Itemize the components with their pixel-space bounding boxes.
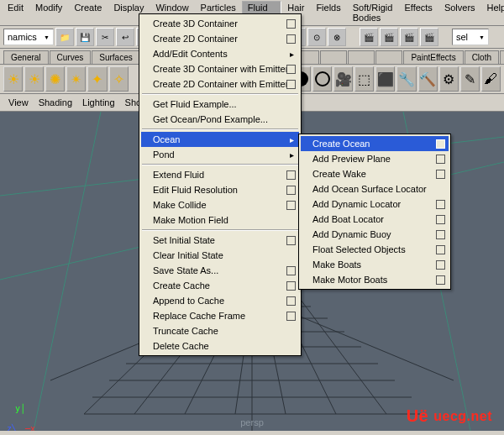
- menu-modify[interactable]: Modify: [29, 1, 68, 24]
- options-box-icon[interactable]: [286, 201, 296, 210]
- shelf-tab-general[interactable]: General: [3, 50, 49, 64]
- util-icon[interactable]: 🎥: [333, 66, 353, 92]
- shelf-tab-cloth[interactable]: Cloth: [465, 50, 499, 64]
- shelf-tab-blank[interactable]: [375, 50, 402, 64]
- util-icon[interactable]: ⬚: [354, 66, 374, 92]
- menu-effects[interactable]: Effects: [398, 1, 438, 24]
- options-box-icon[interactable]: [286, 186, 296, 195]
- menu-item-get-ocean-pond-example[interactable]: Get Ocean/Pond Example...: [141, 112, 299, 127]
- options-box-icon[interactable]: [436, 260, 445, 270]
- util-icon[interactable]: 🖌: [481, 66, 501, 92]
- menu-item-create-ocean[interactable]: Create Ocean: [301, 136, 449, 151]
- menu-item-create-d-container[interactable]: Create 2D Container: [141, 31, 299, 46]
- mode-dropdown[interactable]: namics: [3, 29, 54, 45]
- light-icon[interactable]: ☀: [3, 66, 23, 92]
- panel-menu-lighting[interactable]: Lighting: [77, 96, 120, 109]
- menu-item-add-edit-contents[interactable]: Add/Edit Contents: [141, 46, 299, 61]
- options-box-icon[interactable]: [436, 139, 445, 149]
- menu-item-get-fluid-example[interactable]: Get Fluid Example...: [141, 97, 299, 112]
- menu-item-save-state-as[interactable]: Save State As...: [141, 263, 299, 278]
- snap-icon[interactable]: ⊙: [307, 28, 326, 46]
- snap-icon[interactable]: ⊗: [328, 28, 346, 46]
- light-icon[interactable]: ☀: [24, 66, 44, 92]
- options-box-icon[interactable]: [286, 80, 296, 89]
- light-icon[interactable]: ✧: [109, 66, 129, 92]
- menu-item-delete-cache[interactable]: Delete Cache: [141, 338, 299, 354]
- menu-item-create-d-container-with-emitter[interactable]: Create 3D Container with Emitter: [141, 61, 299, 76]
- menu-item-edit-fluid-resolution[interactable]: Edit Fluid Resolution: [141, 182, 299, 197]
- render-icon[interactable]: 🎬: [380, 28, 398, 46]
- shelf-tab-fluids[interactable]: Fluids: [500, 50, 504, 64]
- menu-item-clear-initial-state[interactable]: Clear Initial State: [141, 248, 299, 263]
- menu-item-make-motor-boats[interactable]: Make Motor Boats: [301, 272, 449, 287]
- menu-item-make-collide[interactable]: Make Collide: [141, 197, 299, 212]
- menu-item-add-dynamic-locator[interactable]: Add Dynamic Locator: [301, 197, 449, 212]
- util-icon[interactable]: ⚙: [439, 66, 459, 92]
- light-icon[interactable]: ✺: [45, 66, 65, 92]
- menu-item-float-selected-objects[interactable]: Float Selected Objects: [301, 242, 449, 257]
- menu-help[interactable]: Help: [481, 1, 504, 24]
- options-box-icon[interactable]: [286, 296, 296, 306]
- menu-item-make-motion-field[interactable]: Make Motion Field: [141, 212, 299, 228]
- options-box-icon[interactable]: [436, 155, 445, 164]
- fluid-effects-menu[interactable]: Create 3D ContainerCreate 2D ContainerAd…: [139, 13, 302, 356]
- menu-item-create-cache[interactable]: Create Cache: [141, 278, 299, 293]
- menu-item-truncate-cache[interactable]: Truncate Cache: [141, 323, 299, 338]
- shelf-tab-painteffects[interactable]: PaintEffects: [403, 50, 463, 64]
- tool-icon[interactable]: 📁: [55, 28, 74, 46]
- options-box-icon[interactable]: [436, 230, 445, 239]
- menu-item-pond[interactable]: Pond: [141, 147, 299, 162]
- options-box-icon[interactable]: [436, 200, 445, 209]
- menu-item-add-preview-plane[interactable]: Add Preview Plane: [301, 151, 449, 166]
- util-icon[interactable]: 🔧: [396, 66, 416, 92]
- shelf-tab-blank[interactable]: [320, 50, 347, 64]
- shelf-tab-surfaces[interactable]: Surfaces: [92, 50, 139, 64]
- options-box-icon[interactable]: [436, 215, 445, 224]
- render-icon[interactable]: 🎬: [420, 28, 438, 46]
- menu-fields[interactable]: Fields: [310, 1, 346, 24]
- panel-menu-shading[interactable]: Shading: [34, 96, 77, 109]
- panel-menu-view[interactable]: View: [3, 96, 34, 109]
- render-icon[interactable]: 🎬: [400, 28, 418, 46]
- options-box-icon[interactable]: [436, 275, 445, 285]
- render-icon[interactable]: 🎬: [360, 28, 378, 46]
- options-box-icon[interactable]: [286, 236, 296, 245]
- light-icon[interactable]: ✴: [66, 66, 86, 92]
- menu-item-create-d-container-with-emitter[interactable]: Create 2D Container with Emitter: [141, 76, 299, 92]
- ocean-submenu[interactable]: Create OceanAdd Preview PlaneCreate Wake…: [298, 134, 451, 290]
- options-box-icon[interactable]: [286, 19, 296, 29]
- menu-item-make-boats[interactable]: Make Boats: [301, 257, 449, 272]
- options-box-icon[interactable]: [436, 245, 445, 254]
- shader-icon[interactable]: [312, 66, 332, 92]
- options-box-icon[interactable]: [286, 170, 296, 180]
- menu-item-extend-fluid[interactable]: Extend Fluid: [141, 167, 299, 182]
- util-icon[interactable]: 🔨: [418, 66, 438, 92]
- shelf-tab-curves[interactable]: Curves: [50, 50, 92, 64]
- options-box-icon[interactable]: [436, 170, 445, 179]
- menu-item-add-dynamic-buoy[interactable]: Add Dynamic Buoy: [301, 227, 449, 242]
- menu-item-create-wake[interactable]: Create Wake: [301, 166, 449, 181]
- light-icon[interactable]: ✦: [87, 66, 107, 92]
- menu-item-create-d-container[interactable]: Create 3D Container: [141, 16, 299, 31]
- menu-soft-rigid-bodies[interactable]: Soft/Rigid Bodies: [347, 1, 399, 24]
- options-box-icon[interactable]: [286, 266, 296, 275]
- shelf-tab-blank[interactable]: [348, 50, 375, 64]
- tool-icon[interactable]: 💾: [76, 28, 94, 46]
- options-box-icon[interactable]: [286, 34, 296, 44]
- sel-dropdown[interactable]: sel: [452, 29, 489, 45]
- util-icon[interactable]: ✎: [460, 66, 480, 92]
- menu-item-add-ocean-surface-locator[interactable]: Add Ocean Surface Locator: [301, 181, 449, 197]
- menu-item-append-to-cache[interactable]: Append to Cache: [141, 293, 299, 308]
- options-box-icon[interactable]: [286, 312, 296, 321]
- menu-item-replace-cache-frame[interactable]: Replace Cache Frame: [141, 308, 299, 323]
- menu-item-set-initial-state[interactable]: Set Initial State: [141, 233, 299, 248]
- tool-icon[interactable]: ↩: [116, 28, 134, 46]
- tool-icon[interactable]: ✂: [96, 28, 114, 46]
- menu-item-ocean[interactable]: Ocean: [141, 132, 299, 147]
- menu-solvers[interactable]: Solvers: [438, 1, 481, 24]
- options-box-icon[interactable]: [286, 281, 296, 291]
- menu-item-add-boat-locator[interactable]: Add Boat Locator: [301, 212, 449, 227]
- menu-edit[interactable]: Edit: [2, 1, 29, 24]
- util-icon[interactable]: ⬛: [375, 66, 395, 92]
- menu-create[interactable]: Create: [68, 1, 108, 24]
